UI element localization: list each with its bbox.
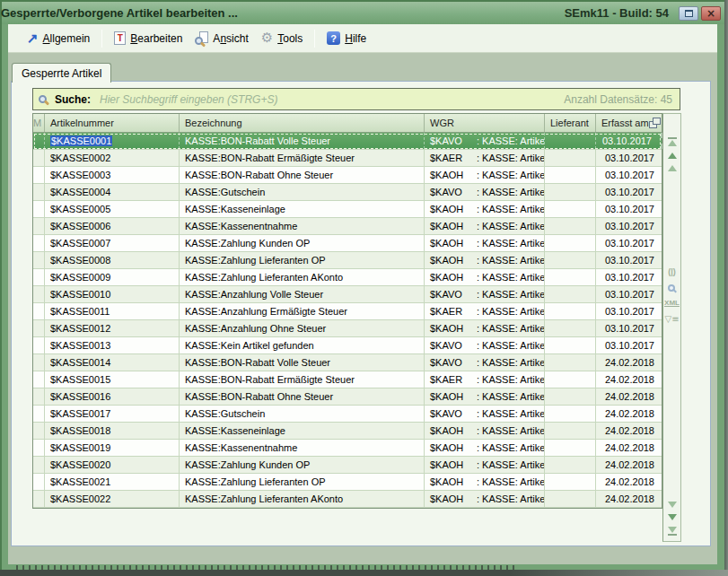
tab-page: Suche: Hier Suchbegriff eingeben (STRG+S… (11, 81, 711, 546)
search-label: Suche: (55, 93, 91, 106)
cell-lieferant (545, 320, 596, 336)
table-row[interactable]: $KASSE0012KASSE:Anzahlung Ohne Steuer$KA… (33, 320, 662, 337)
cell-bezeichnung: KASSE:BON-Rabatt Volle Steuer (180, 354, 425, 371)
window-title: Gesperrte/Verborgene Artikel bearbeiten … (1, 6, 565, 20)
table-row[interactable]: $KASSE0002KASSE:BON-Rabatt Ermäßigte Ste… (33, 150, 662, 167)
cell-artikelnummer: $KASSE0016 (45, 388, 180, 405)
cell-lieferant (545, 388, 596, 405)
cell-bezeichnung: KASSE:Kassenentnahme (180, 218, 425, 234)
app-window: Gesperrte/Verborgene Artikel bearbeiten … (0, 0, 728, 576)
column-chooser-icon[interactable] (649, 118, 661, 128)
table-row[interactable]: $KASSE0017KASSE:Gutschein$KAVO: KASSE: A… (33, 406, 662, 423)
cell-wgr: $KAOH: KASSE: Artikel O (425, 235, 545, 251)
filter-icon[interactable]: ▽≡ (664, 315, 679, 324)
column-header-lieferant[interactable]: Lieferant (545, 114, 596, 132)
cell-bezeichnung: KASSE:Kein Artikel gefunden (180, 337, 425, 353)
table-row[interactable]: $KASSE0019KASSE:Kassenentnahme$KAOH: KAS… (33, 440, 662, 457)
grid-body: $KASSE0001KASSE:BON-Rabatt Volle Steuer$… (33, 133, 662, 508)
cell-lieferant (545, 440, 596, 456)
cell-wgr: $KAOH: KASSE: Artikel O (425, 491, 545, 507)
cell-wgr: $KAVO: KASSE: Artikel V (425, 406, 545, 422)
column-header-artikelnummer[interactable]: Artikelnummer (45, 114, 180, 132)
cell-lieferant (545, 286, 596, 302)
wgr-code: $KAVO (430, 340, 477, 351)
cell-wgr: $KAOH: KASSE: Artikel O (425, 423, 545, 439)
table-row[interactable]: $KASSE0020KASSE:Zahlung Kunden OP$KAOH: … (33, 457, 662, 474)
table-row[interactable]: $KASSE0013KASSE:Kein Artikel gefunden$KA… (33, 337, 662, 354)
menu-item-bearbeiten[interactable]: T Bearbeiten (108, 29, 189, 48)
scroll-up-icon[interactable] (668, 165, 677, 171)
cell-bezeichnung: KASSE:Zahlung Lieferanten AKonto (180, 491, 425, 507)
table-row[interactable]: $KASSE0021KASSE:Zahlung Lieferanten OP$K… (33, 474, 662, 491)
cell-lieferant (545, 201, 596, 217)
grid-side-strip: (|) XML ▽≡ (662, 113, 681, 542)
cell-m (33, 320, 45, 336)
table-row[interactable]: $KASSE0016KASSE:BON-Rabatt Ohne Steuer$K… (33, 388, 662, 406)
table-row[interactable]: $KASSE0011KASSE:Anzahlung Ermäßigte Steu… (33, 303, 662, 320)
column-header-wgr[interactable]: WGR (425, 114, 545, 132)
wgr-code: $KAOH (430, 493, 477, 504)
table-row[interactable]: $KASSE0004KASSE:Gutschein$KAVO: KASSE: A… (33, 184, 662, 201)
cell-artikelnummer: $KASSE0010 (45, 286, 180, 302)
cell-lieferant (545, 252, 596, 268)
cell-lieferant (545, 269, 596, 285)
cell-lieferant (545, 491, 596, 507)
xml-icon[interactable]: XML (664, 300, 680, 307)
wgr-description: : KASSE: Artikel E (477, 153, 545, 163)
toolbar-separator (101, 30, 102, 48)
table-row[interactable]: $KASSE0018KASSE:Kasseneinlage$KAOH: KASS… (33, 423, 662, 440)
restore-button[interactable] (679, 6, 698, 21)
cell-bezeichnung: KASSE:Zahlung Kunden OP (180, 457, 425, 473)
search-input[interactable]: Hier Suchbegriff eingeben (STRG+S) (100, 93, 564, 106)
table-row[interactable]: $KASSE0014KASSE:BON-Rabatt Volle Steuer$… (33, 354, 662, 371)
table-row[interactable]: $KASSE0005KASSE:Kasseneinlage$KAOH: KASS… (33, 201, 662, 218)
wgr-description: : KASSE: Artikel V (477, 357, 545, 368)
table-row[interactable]: $KASSE0009KASSE:Zahlung Lieferanten AKon… (33, 269, 662, 286)
table-row[interactable]: $KASSE0001KASSE:BON-Rabatt Volle Steuer$… (33, 133, 662, 150)
cell-artikelnummer: $KASSE0008 (45, 252, 180, 268)
column-header-bezeichnung[interactable]: Bezeichnung (180, 114, 425, 132)
table-row[interactable]: $KASSE0006KASSE:Kassenentnahme$KAOH: KAS… (33, 218, 662, 235)
tab-gesperrte-artikel[interactable]: Gesperrte Artikel (12, 63, 111, 83)
wgr-description: : KASSE: Artikel O (477, 425, 545, 436)
column-header-m[interactable]: M (33, 114, 45, 132)
menu-item-hilfe[interactable]: ? Hilfe (320, 29, 373, 48)
table-row[interactable]: $KASSE0015KASSE:BON-Rabatt Ermäßigte Ste… (33, 371, 662, 388)
wgr-code: $KAOH (430, 425, 477, 436)
scroll-top-icon[interactable] (668, 137, 677, 146)
scroll-page-down-icon[interactable] (668, 514, 677, 520)
scroll-down-icon[interactable] (668, 502, 677, 508)
cell-m (33, 474, 45, 490)
menu-item-tools[interactable]: ⚙ Tools (255, 29, 309, 48)
cell-wgr: $KAVO: KASSE: Artikel V (425, 337, 545, 353)
wgr-code: $KAER (430, 374, 477, 385)
cell-wgr: $KAOH: KASSE: Artikel O (425, 320, 545, 336)
menu-item-allgemein[interactable]: ↗ Allgemein (21, 29, 96, 48)
cell-wgr: $KAOH: KASSE: Artikel O (425, 269, 545, 285)
scroll-page-up-icon[interactable] (668, 153, 677, 159)
bracket-icon[interactable]: (|) (668, 268, 676, 276)
table-row[interactable]: $KASSE0010KASSE:Anzahlung Volle Steuer$K… (33, 286, 662, 303)
column-header-erfasst-am[interactable]: Erfasst am (596, 114, 663, 132)
zoom-icon[interactable] (668, 284, 675, 292)
articles-grid: M Artikelnummer Bezeichnung WGR Lieferan… (32, 113, 662, 509)
scroll-bottom-icon[interactable] (668, 527, 677, 536)
cell-lieferant (545, 371, 596, 388)
window-right-shadow (724, 0, 728, 576)
wgr-code: $KAVO (430, 357, 477, 368)
cell-lieferant (545, 423, 596, 439)
wgr-code: $KAOH (430, 221, 477, 231)
table-row[interactable]: $KASSE0007KASSE:Zahlung Kunden OP$KAOH: … (33, 235, 662, 252)
cell-erfasst-am: 03.10.2017 (596, 303, 663, 319)
table-row[interactable]: $KASSE0008KASSE:Zahlung Lieferanten OP$K… (33, 252, 662, 269)
table-row[interactable]: $KASSE0022KASSE:Zahlung Lieferanten AKon… (33, 491, 662, 508)
cell-lieferant (545, 354, 596, 371)
menu-item-ansicht[interactable]: Ansicht (189, 29, 254, 48)
close-button[interactable]: × (701, 6, 721, 21)
cell-lieferant (545, 167, 596, 183)
cell-m (33, 491, 45, 507)
cell-artikelnummer: $KASSE0019 (45, 440, 180, 456)
cell-lieferant (545, 235, 596, 251)
cell-wgr: $KAOH: KASSE: Artikel O (425, 440, 545, 456)
table-row[interactable]: $KASSE0003KASSE:BON-Rabatt Ohne Steuer$K… (33, 167, 662, 184)
